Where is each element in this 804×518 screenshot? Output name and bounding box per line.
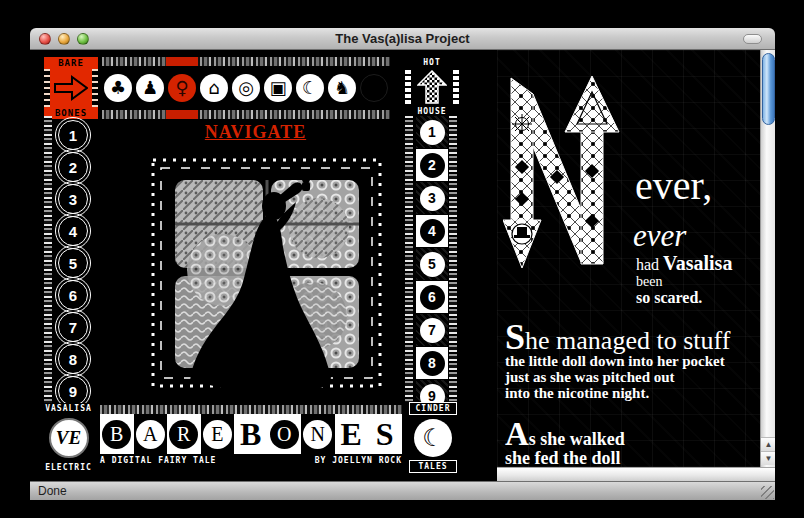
chain-border bbox=[405, 116, 413, 412]
chapter-link-1[interactable]: 1 bbox=[58, 120, 88, 150]
tales-label: TALES bbox=[409, 460, 457, 473]
chain-border bbox=[44, 116, 52, 412]
up-arrow-icon bbox=[417, 70, 447, 104]
chapter-link-right-3[interactable]: 3 bbox=[416, 182, 448, 214]
nav-icon-vasalisa-current[interactable]: ♀ bbox=[166, 66, 198, 110]
nav-icon-rider[interactable]: ♞ bbox=[326, 66, 358, 110]
chapter-link-5[interactable]: 5 bbox=[58, 248, 88, 278]
navigation-frame: BARE BONES bbox=[30, 50, 497, 481]
chapter-icon-strip: ♣ ♟ ♀ ⌂ ◎ ▣ ☾ ♞ ● bbox=[102, 57, 390, 119]
site-byline: BY JOELLYN ROCK bbox=[315, 456, 402, 465]
nav-icon-blank[interactable]: ● bbox=[358, 66, 390, 110]
story-frame: N bbox=[497, 50, 775, 481]
hot-house-link[interactable]: HOT HOUSE bbox=[405, 57, 459, 117]
blank-circle-icon: ● bbox=[366, 79, 382, 97]
title-letter-tile: A bbox=[134, 414, 168, 454]
site-subtitle: A DIGITAL FAIRY TALE bbox=[100, 456, 216, 465]
vertical-scrollbar[interactable]: ▲ ▼ bbox=[760, 50, 775, 467]
status-bar: Done bbox=[30, 481, 775, 500]
ornate-letter-n: N bbox=[503, 66, 631, 290]
story-page: N bbox=[497, 50, 760, 467]
right-arrow-icon bbox=[54, 75, 88, 101]
title-letter-tile: N bbox=[301, 414, 335, 454]
story-word-been: been bbox=[636, 274, 662, 290]
chapter-link-3[interactable]: 3 bbox=[58, 184, 88, 214]
vasalisa-silhouette-art bbox=[133, 150, 400, 398]
scrollbar-thumb[interactable] bbox=[762, 53, 775, 125]
vasalisa-electric-link[interactable]: VASALISA VE ELECTRIC bbox=[37, 403, 100, 473]
moon-face-icon: ☾ bbox=[414, 419, 452, 457]
vasalisa-icon: ♀ bbox=[175, 79, 188, 97]
story-line-fed-doll: she fed the doll bbox=[505, 448, 621, 469]
nav-icon-forest[interactable]: ♣ bbox=[102, 66, 134, 110]
vasalisa-label: VASALISA bbox=[37, 403, 100, 414]
ornament-border bbox=[100, 405, 402, 414]
chapter-link-4[interactable]: 4 bbox=[58, 216, 88, 246]
story-paragraph: the little doll down into her pocket jus… bbox=[505, 353, 725, 401]
nav-icon-mirror[interactable]: ▣ bbox=[262, 66, 294, 110]
chapter-numbers-left: 1 2 3 4 5 6 7 8 9 bbox=[44, 116, 90, 412]
chapter-link-right-5[interactable]: 5 bbox=[416, 248, 448, 280]
nav-icon-bone-ring[interactable]: ◎ bbox=[230, 66, 262, 110]
rider-icon: ♞ bbox=[334, 79, 350, 97]
browser-window: The Vas(a)lisa Project BARE bbox=[30, 28, 775, 500]
ornament-border-top bbox=[102, 57, 390, 66]
title-letter-tile: B bbox=[234, 414, 268, 454]
story-line: into the nicotine night. bbox=[505, 385, 725, 401]
chapter-link-right-7[interactable]: 7 bbox=[416, 314, 448, 346]
forest-icon: ♣ bbox=[110, 79, 126, 97]
resize-grip[interactable] bbox=[761, 486, 774, 499]
title-letter-tile: O bbox=[268, 414, 302, 454]
story-line-she-managed: She managed to stuff bbox=[505, 316, 730, 358]
chain-border bbox=[449, 116, 457, 412]
scroll-down-arrow[interactable]: ▼ bbox=[761, 451, 775, 465]
ornament-border-bottom bbox=[102, 110, 390, 119]
navigate-link[interactable]: NAVIGATE bbox=[122, 122, 389, 143]
cinder-label: CINDER bbox=[409, 402, 457, 415]
cinder-tales-link[interactable]: CINDER ☾ TALES bbox=[405, 402, 461, 473]
walking-figure-icon: ♟ bbox=[142, 79, 158, 97]
title-letter-tile: S bbox=[368, 414, 402, 454]
bone-ring-icon: ◎ bbox=[238, 79, 254, 97]
story-word-never: ever, bbox=[635, 162, 712, 209]
nav-icon-hut[interactable]: ⌂ bbox=[198, 66, 230, 110]
story-word-ever: ever bbox=[633, 218, 686, 254]
chapter-numbers-right: 1 2 3 4 5 6 7 8 9 bbox=[405, 116, 459, 412]
chapter-link-6[interactable]: 6 bbox=[58, 280, 88, 310]
scroll-up-arrow[interactable]: ▲ bbox=[761, 437, 775, 451]
story-line: the little doll down into her pocket bbox=[505, 353, 725, 369]
chapter-link-right-4[interactable]: 4 bbox=[416, 215, 448, 247]
barebones-home-link[interactable]: BARE BONES bbox=[44, 57, 98, 119]
mirror-icon: ▣ bbox=[269, 79, 286, 97]
desktop: The Vas(a)lisa Project BARE bbox=[0, 0, 804, 518]
barebones-title-strip: B A R E B O N E S A DIGITAL FAIRY TALE B… bbox=[100, 405, 402, 465]
sleeper-moon-icon: ☾ bbox=[302, 79, 318, 97]
toolbar-toggle-button[interactable] bbox=[743, 34, 762, 44]
title-letter-tile: E bbox=[201, 414, 235, 454]
status-text: Done bbox=[38, 484, 67, 498]
title-letter-tile: B bbox=[100, 414, 134, 454]
filmstrip-border bbox=[453, 68, 459, 106]
chapter-link-right-1[interactable]: 1 bbox=[416, 116, 448, 148]
horizontal-scrollbar[interactable] bbox=[497, 467, 775, 481]
hut-icon: ⌂ bbox=[208, 79, 219, 97]
story-line-had-vasalisa: had Vasalisa bbox=[636, 252, 732, 275]
page-content: BARE BONES bbox=[30, 50, 775, 481]
nav-icon-walking-figure[interactable]: ♟ bbox=[134, 66, 166, 110]
chapter-link-right-6[interactable]: 6 bbox=[416, 281, 448, 313]
nav-icon-sleeper[interactable]: ☾ bbox=[294, 66, 326, 110]
chapter-link-7[interactable]: 7 bbox=[58, 312, 88, 342]
barebones-top-label: BARE bbox=[44, 57, 98, 69]
chapter-link-right-8[interactable]: 8 bbox=[416, 347, 448, 379]
chapter-link-right-2[interactable]: 2 bbox=[416, 149, 448, 181]
window-title: The Vas(a)lisa Project bbox=[30, 31, 775, 46]
title-letter-tile: E bbox=[335, 414, 369, 454]
story-line: just as she was pitched out bbox=[505, 369, 725, 385]
chapter-link-2[interactable]: 2 bbox=[58, 152, 88, 182]
title-bar: The Vas(a)lisa Project bbox=[30, 28, 775, 50]
electric-label: ELECTRIC bbox=[37, 462, 100, 473]
hot-label: HOT bbox=[405, 57, 459, 68]
chapter-link-9[interactable]: 9 bbox=[58, 376, 88, 406]
ve-monogram-icon: VE bbox=[49, 418, 89, 458]
chapter-link-8[interactable]: 8 bbox=[58, 344, 88, 374]
